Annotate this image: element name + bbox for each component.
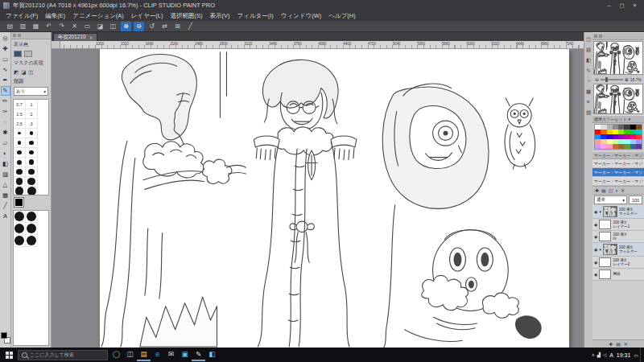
taskbar-edge-icon[interactable]: e	[151, 348, 164, 361]
brush-size-cell[interactable]	[26, 148, 38, 158]
taskbar-cortana-icon[interactable]: ◯	[109, 348, 123, 361]
show-desktop-button[interactable]	[640, 348, 644, 362]
layer-opacity-field[interactable]: 100	[629, 195, 642, 204]
color-swatch[interactable]	[595, 144, 601, 149]
ime-indicator[interactable]: A	[609, 352, 613, 358]
brush-size-cell[interactable]: 0.7	[14, 100, 26, 109]
notification-icon[interactable]: ▭	[634, 352, 638, 358]
brush-size-cell[interactable]	[14, 187, 26, 195]
selection-border-icon[interactable]: ◫	[108, 22, 118, 31]
brush-size-cell[interactable]	[14, 211, 26, 223]
operation-tool-icon[interactable]: ▭	[1, 55, 10, 64]
new-folder-icon[interactable]: ▤	[601, 187, 606, 193]
dock-history-icon[interactable]: ≡	[585, 98, 592, 105]
gradation-dropdown[interactable]: あり ▾	[14, 87, 48, 96]
brush-size-cell[interactable]	[14, 177, 26, 187]
subtool-item[interactable]: マーカー・マーカー・マジックペン	[592, 177, 644, 186]
trash-icon[interactable]: ✕	[624, 341, 628, 347]
brush-size-cell[interactable]	[14, 138, 26, 148]
color-swatch[interactable]	[624, 144, 630, 149]
taskbar-clip-studio-icon[interactable]: ✎	[192, 348, 205, 361]
menu-item[interactable]: 表示(V)	[210, 12, 230, 20]
brush-size-cell[interactable]	[26, 187, 38, 195]
search-input[interactable]	[30, 352, 104, 357]
drawing-canvas[interactable]	[100, 49, 569, 348]
clear-icon[interactable]: ✕	[69, 22, 80, 31]
snap-ruler-icon[interactable]: ╱	[185, 22, 196, 31]
fill-tool-icon[interactable]: ◧	[1, 159, 10, 169]
layer-visibility-icon[interactable]: ◉	[594, 272, 597, 277]
tray-network-icon[interactable]: ▟	[597, 352, 601, 357]
brush-size-cell[interactable]	[14, 167, 26, 177]
airbrush-tool-icon[interactable]: ◌	[1, 117, 10, 127]
color-swatch[interactable]	[630, 144, 636, 149]
close-button[interactable]: ✕	[629, 1, 641, 10]
folder-arrow-icon[interactable]: ▾	[599, 247, 601, 252]
blend-mode-dropdown[interactable]: 通常 ▾	[594, 195, 627, 204]
dock-color-icon[interactable]: ◔	[585, 77, 592, 84]
color-swatch[interactable]	[613, 144, 618, 149]
open-file-icon[interactable]: ▥	[18, 22, 28, 31]
frame-border-tool-icon[interactable]: ▦	[1, 191, 10, 200]
dock-material-icon[interactable]: ▤	[585, 46, 592, 53]
layer-visibility-icon[interactable]: ◉	[594, 247, 597, 252]
layer-row[interactable]: ◉▾100 通常フォルダー	[592, 243, 644, 257]
menu-item[interactable]: 編集(E)	[45, 12, 65, 20]
canvas-tab[interactable]: 年賀201210 ✕	[53, 33, 97, 41]
brush-size-cell[interactable]	[26, 129, 38, 138]
zoom-in-icon[interactable]: ⊕	[625, 76, 629, 82]
pen-tool-icon[interactable]: ✎	[1, 86, 10, 96]
lasso-tool-icon[interactable]: ∿	[1, 65, 10, 75]
subtool-item[interactable]: マーカー・マーカー・マジックペン	[592, 168, 644, 177]
brush-size-cell[interactable]: 2.5	[14, 119, 26, 129]
dock-layer-icon[interactable]: ▦	[585, 88, 592, 95]
color-swatch[interactable]	[601, 144, 606, 149]
brush-size-cell[interactable]	[26, 138, 38, 148]
color-swatch[interactable]	[618, 144, 624, 149]
display-color-chip[interactable]	[24, 51, 32, 57]
layer-visibility-icon[interactable]: ◉	[594, 222, 597, 227]
menu-item[interactable]: ウィンドウ(W)	[281, 12, 321, 20]
rotate-reset-icon[interactable]: ↺	[147, 22, 157, 31]
main-color-swatch[interactable]	[1, 332, 7, 339]
layer-visibility-icon[interactable]: ◉	[594, 234, 597, 239]
add-folder-icon[interactable]: ▤	[616, 341, 621, 347]
zoom-slider-knob[interactable]	[605, 77, 608, 82]
text-tool-icon[interactable]: A	[1, 212, 10, 221]
layer-row[interactable]: ◉100 通常レイヤー1	[592, 219, 644, 231]
minimize-button[interactable]: ─	[603, 1, 615, 10]
start-button[interactable]	[0, 348, 18, 362]
brush-size-cell[interactable]: 1	[26, 100, 38, 109]
layer-row[interactable]: ◉100 通常白	[592, 231, 644, 243]
mask-mode-icon[interactable]: ◫	[28, 69, 33, 76]
brush-size-cell[interactable]: 3	[26, 119, 38, 129]
folder-arrow-icon[interactable]: ▾	[599, 209, 601, 214]
navigator-thumbnail[interactable]	[593, 41, 643, 75]
layer-visibility-icon[interactable]: ◉	[594, 209, 597, 214]
mask-mode-icon[interactable]: ◩	[14, 69, 19, 76]
layer-row[interactable]: ◉▾100 通常フォルダー	[592, 205, 644, 219]
new-layer-icon[interactable]: ✚	[595, 187, 599, 193]
undo-icon[interactable]: ↶	[43, 22, 54, 31]
taskbar-explorer-icon[interactable]: ▤	[137, 348, 151, 361]
pencil-tool-icon[interactable]: ✏	[1, 97, 10, 106]
figure-tool-icon[interactable]: △	[1, 180, 10, 190]
zoom-out-icon[interactable]: ⊖	[595, 76, 599, 82]
brush-size-cell[interactable]	[26, 223, 38, 235]
tab-close-icon[interactable]: ✕	[89, 35, 93, 40]
layer-row[interactable]: ◉100 通常レイヤー2	[592, 257, 644, 269]
mask-mode-icon[interactable]: ◪	[21, 69, 26, 76]
menu-item[interactable]: アニメーション(A)	[72, 12, 124, 20]
flip-horizontal-icon[interactable]: ⇄	[159, 22, 170, 31]
invert-selection-icon[interactable]: ◪	[95, 22, 105, 31]
deselect-icon[interactable]: ▭	[82, 22, 93, 31]
eyedropper-tool-icon[interactable]: ✒	[1, 76, 10, 85]
grid-toggle-icon[interactable]: ⊞	[172, 22, 183, 31]
taskbar-mail-icon[interactable]: ✉	[164, 348, 178, 361]
color-swatch[interactable]	[607, 144, 613, 149]
save-file-icon[interactable]: ▦	[31, 22, 41, 31]
taskbar-search[interactable]	[18, 350, 108, 360]
gradient-tool-icon[interactable]: ▨	[1, 170, 10, 179]
eraser-tool-icon[interactable]: ▱	[1, 138, 10, 148]
brush-size-cell[interactable]	[14, 223, 26, 235]
